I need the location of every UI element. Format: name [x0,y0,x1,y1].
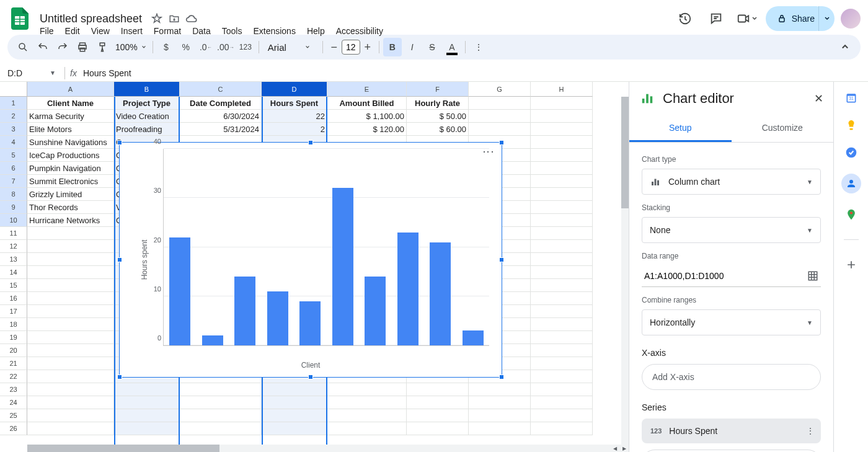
cell[interactable] [531,110,593,123]
cell[interactable] [114,383,180,396]
cell[interactable]: Summit Electronics [27,175,114,188]
horizontal-scrollbar[interactable] [27,445,610,452]
cell[interactable]: Date Completed [180,97,262,110]
row-header-26[interactable]: 26 [0,422,27,435]
select-range-icon[interactable] [807,270,818,281]
currency-icon[interactable]: $ [157,38,175,56]
cell[interactable] [407,422,469,435]
comments-icon[interactable] [704,6,728,31]
share-dropdown[interactable] [818,6,835,31]
row-header-13[interactable]: 13 [0,253,27,266]
more-toolbar-icon[interactable]: ⋮ [469,38,488,56]
select-all-corner[interactable] [0,82,27,97]
cell[interactable] [531,409,593,422]
increase-decimal-icon[interactable]: .00→ [216,38,235,56]
undo-icon[interactable] [33,38,52,56]
cell[interactable]: 5/31/2024 [180,123,262,136]
row-header-2[interactable]: 2 [0,110,27,123]
cell[interactable] [531,136,593,149]
cell[interactable] [531,331,593,344]
decrease-font-icon[interactable]: − [327,40,342,55]
cell[interactable] [27,279,114,292]
cell[interactable] [531,305,593,318]
row-header-25[interactable]: 25 [0,409,27,422]
row-header-16[interactable]: 16 [0,292,27,305]
cell[interactable]: Client Name [27,97,114,110]
cell[interactable] [180,396,262,409]
bold-icon[interactable]: B [383,38,402,56]
chart-type-select[interactable]: Column chart ▼ [642,169,821,195]
cell[interactable] [531,188,593,201]
cell[interactable] [469,396,531,409]
row-header-20[interactable]: 20 [0,344,27,357]
menu-file[interactable]: File [35,24,59,38]
cell[interactable] [262,409,327,422]
cell[interactable] [27,227,114,240]
cell[interactable]: Proofreading [114,123,180,136]
cell[interactable]: 22 [262,110,327,123]
col-header-G[interactable]: G [469,82,531,97]
cell[interactable] [180,383,262,396]
row-header-1[interactable]: 1 [0,97,27,110]
move-icon[interactable] [168,12,180,25]
menu-help[interactable]: Help [302,24,330,38]
row-header-24[interactable]: 24 [0,396,27,409]
row-header-22[interactable]: 22 [0,370,27,383]
cell[interactable]: Project Type [114,97,180,110]
row-header-14[interactable]: 14 [0,266,27,279]
vertical-scrollbar[interactable] [621,97,629,445]
cell[interactable]: Hours Spent [262,97,327,110]
row-header-5[interactable]: 5 [0,149,27,162]
row-header-19[interactable]: 19 [0,331,27,344]
cell[interactable]: Hurricane Networks [27,214,114,227]
row-header-23[interactable]: 23 [0,383,27,396]
cell[interactable] [27,344,114,357]
calendar-icon[interactable]: 31 [845,92,857,104]
cell[interactable] [180,409,262,422]
cell[interactable] [531,123,593,136]
cell[interactable] [27,422,114,435]
col-header-D[interactable]: D [262,82,327,97]
menu-extensions[interactable]: Extensions [248,24,300,38]
menu-accessibility[interactable]: Accessibility [331,24,388,38]
cell[interactable] [469,383,531,396]
meet-button[interactable] [735,6,760,31]
cell[interactable] [531,357,593,370]
percent-icon[interactable]: % [177,38,195,56]
col-header-C[interactable]: C [180,82,262,97]
cell[interactable] [531,370,593,383]
cell[interactable] [27,292,114,305]
cell[interactable] [327,409,407,422]
cell[interactable] [407,396,469,409]
cloud-status-icon[interactable] [185,12,198,25]
cell[interactable] [531,266,593,279]
menu-view[interactable]: View [86,24,115,38]
sheet-area[interactable]: A B C D E F G H 123456789101112131415161… [0,82,629,452]
row-header-4[interactable]: 4 [0,136,27,149]
cell[interactable] [327,422,407,435]
cell[interactable] [27,357,114,370]
cell[interactable]: Karma Security [27,110,114,123]
scroll-left-icon[interactable]: ◀ [610,445,619,452]
cell[interactable]: $ 50.00 [407,110,469,123]
row-header-11[interactable]: 11 [0,227,27,240]
text-color-icon[interactable]: A [443,38,461,56]
cell[interactable] [531,292,593,305]
cell[interactable] [469,123,531,136]
col-header-A[interactable]: A [27,82,114,97]
row-header-21[interactable]: 21 [0,357,27,370]
row-header-15[interactable]: 15 [0,279,27,292]
row-header-12[interactable]: 12 [0,240,27,253]
scroll-right-icon[interactable]: ▶ [619,445,629,452]
cell[interactable] [531,253,593,266]
decrease-decimal-icon[interactable]: .0← [197,38,215,56]
cell[interactable] [531,97,593,110]
cell[interactable]: Hourly Rate [407,97,469,110]
cell[interactable] [262,396,327,409]
row-header-17[interactable]: 17 [0,305,27,318]
cell[interactable]: Sunshine Navigations [27,136,114,149]
col-header-E[interactable]: E [327,82,407,97]
cell[interactable] [531,201,593,214]
cell[interactable] [114,396,180,409]
menu-edit[interactable]: Edit [60,24,85,38]
